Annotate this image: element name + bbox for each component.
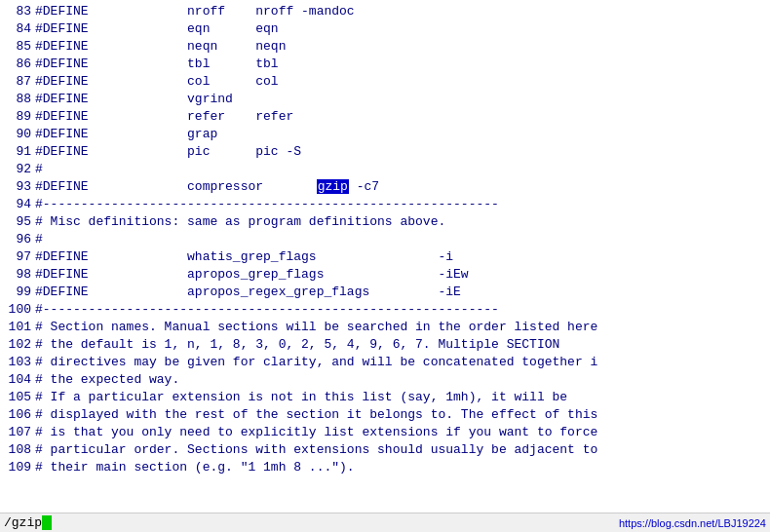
table-row: 101# Section names. Manual sections will…: [0, 318, 770, 335]
status-bar: /gzip https://blog.csdn.net/LBJ19224: [0, 513, 770, 532]
line-text: #DEFINE compressor: [35, 179, 317, 194]
line-text: #DEFINE pic pic -S: [35, 144, 301, 159]
line-text: # is that you only need to explicitly li…: [35, 425, 597, 439]
table-row: 106# displayed with the rest of the sect…: [0, 405, 770, 423]
table-row: 95# Misc definitions: same as program de…: [0, 212, 770, 230]
table-row: 98#DEFINE apropos_grep_flags -iEw: [0, 265, 770, 283]
line-text-after: -c7: [349, 179, 379, 194]
line-number: 90: [4, 127, 31, 141]
line-number: 95: [4, 214, 31, 229]
line-number: 97: [4, 249, 31, 264]
line-text: #DEFINE neqn neqn: [35, 39, 286, 54]
line-number: 93: [4, 179, 31, 194]
table-row: 100#------------------------------------…: [0, 300, 770, 318]
highlighted-word: gzip: [317, 179, 349, 194]
line-number: 98: [4, 267, 31, 282]
line-number: 89: [4, 109, 31, 124]
table-row: 105# If a particular extension is not in…: [0, 388, 770, 405]
table-row: 88#DEFINE vgrind: [0, 90, 770, 107]
table-row: 87#DEFINE col col: [0, 72, 770, 90]
line-number: 107: [4, 425, 31, 439]
code-editor: 83#DEFINE nroff nroff -mandoc84#DEFINE e…: [0, 0, 770, 513]
line-text: #DEFINE tbl tbl: [35, 57, 279, 71]
table-row: 94#-------------------------------------…: [0, 195, 770, 212]
line-number: 87: [4, 74, 31, 89]
table-row: 104# the expected way.: [0, 370, 770, 388]
table-row: 84#DEFINE eqn eqn: [0, 19, 770, 37]
table-row: 107# is that you only need to explicitly…: [0, 423, 770, 440]
line-number: 86: [4, 57, 31, 71]
line-number: 99: [4, 285, 31, 299]
table-row: 93#DEFINE compressor gzip -c7: [0, 177, 770, 195]
line-number: 105: [4, 390, 31, 404]
line-number: 102: [4, 337, 31, 352]
table-row: 85#DEFINE neqn neqn: [0, 37, 770, 55]
line-number: 104: [4, 372, 31, 387]
line-text: # directives may be given for clarity, a…: [35, 355, 597, 369]
line-text: #DEFINE col col: [35, 74, 279, 89]
table-row: 92#: [0, 160, 770, 177]
line-number: 84: [4, 21, 31, 36]
line-number: 85: [4, 39, 31, 54]
table-row: 86#DEFINE tbl tbl: [0, 55, 770, 72]
line-number: 83: [4, 4, 31, 19]
line-number: 106: [4, 407, 31, 422]
table-row: 108# particular order. Sections with ext…: [0, 440, 770, 458]
line-text: # displayed with the rest of the section…: [35, 407, 597, 422]
line-number: 103: [4, 355, 31, 369]
command-text: /gzip: [4, 515, 42, 530]
line-text: #DEFINE eqn eqn: [35, 21, 279, 36]
line-text: #---------------------------------------…: [35, 302, 499, 317]
line-text: #DEFINE apropos_regex_grep_flags -iE: [35, 285, 461, 299]
line-text: # the default is 1, n, 1, 8, 3, 0, 2, 5,…: [35, 337, 559, 352]
line-text: #---------------------------------------…: [35, 197, 499, 211]
line-text: #DEFINE grap: [35, 127, 217, 141]
line-number: 94: [4, 197, 31, 211]
status-command: /gzip: [4, 515, 52, 530]
line-text: # If a particular extension is not in th…: [35, 390, 567, 404]
line-number: 100: [4, 302, 31, 317]
line-number: 88: [4, 92, 31, 106]
cursor: [42, 515, 52, 530]
line-number: 101: [4, 320, 31, 334]
line-number: 91: [4, 144, 31, 159]
line-text: # the expected way.: [35, 372, 179, 387]
table-row: 99#DEFINE apropos_regex_grep_flags -iE: [0, 283, 770, 300]
line-number: 92: [4, 162, 31, 176]
line-text: # particular order. Sections with extens…: [35, 442, 597, 457]
table-row: 89#DEFINE refer refer: [0, 107, 770, 125]
table-row: 91#DEFINE pic pic -S: [0, 142, 770, 160]
table-row: 96#: [0, 230, 770, 247]
table-row: 83#DEFINE nroff nroff -mandoc: [0, 2, 770, 19]
line-text: #: [35, 162, 43, 176]
line-text: # Section names. Manual sections will be…: [35, 320, 597, 334]
line-text: # Misc definitions: same as program defi…: [35, 214, 445, 229]
table-row: 102# the default is 1, n, 1, 8, 3, 0, 2,…: [0, 335, 770, 353]
line-number: 109: [4, 460, 31, 475]
line-text: #DEFINE vgrind: [35, 92, 233, 106]
table-row: 109# their main section (e.g. "1 1mh 8 .…: [0, 458, 770, 475]
line-text: #DEFINE nroff nroff -mandoc: [35, 4, 355, 19]
line-text: # their main section (e.g. "1 1mh 8 ..."…: [35, 460, 355, 475]
line-number: 96: [4, 232, 31, 247]
table-row: 97#DEFINE whatis_grep_flags -i: [0, 247, 770, 265]
table-row: 103# directives may be given for clarity…: [0, 353, 770, 370]
line-text: #: [35, 232, 43, 247]
table-row: 90#DEFINE grap: [0, 125, 770, 142]
line-text: #DEFINE refer refer: [35, 109, 293, 124]
line-number: 108: [4, 442, 31, 457]
line-text: #DEFINE apropos_grep_flags -iEw: [35, 267, 469, 282]
status-url: https://blog.csdn.net/LBJ19224: [619, 517, 766, 529]
line-text: #DEFINE whatis_grep_flags -i: [35, 249, 453, 264]
